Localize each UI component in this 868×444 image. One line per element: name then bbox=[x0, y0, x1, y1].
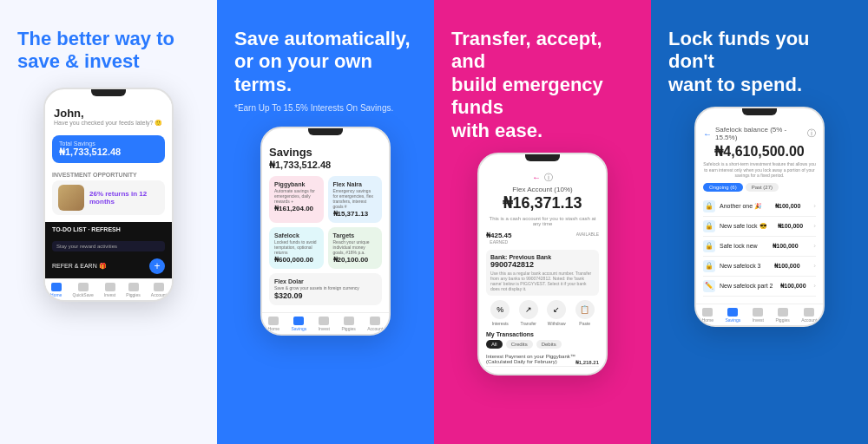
nav-home[interactable]: Home bbox=[50, 283, 62, 297]
withdraw-action[interactable]: ↙ Withdraw bbox=[547, 300, 566, 326]
account-icon-2 bbox=[370, 317, 380, 325]
nav-piggies[interactable]: Piggies bbox=[126, 283, 140, 297]
flex-naira-item[interactable]: Flex Naira Emergency savings for emergen… bbox=[328, 176, 383, 223]
fab-button[interactable]: + bbox=[149, 258, 165, 274]
transfer-action[interactable]: ↗ Transfer bbox=[519, 300, 538, 326]
bank-desc: Use this as a regular bank account numbe… bbox=[490, 271, 595, 291]
tab-debits[interactable]: Debits bbox=[536, 340, 562, 349]
tab-all[interactable]: All bbox=[486, 340, 503, 349]
lock-icon-2: 🔒 bbox=[703, 240, 715, 252]
flex-dolar-label: Flex Dolar bbox=[274, 278, 377, 284]
panel-1-title: The better way to save & invest bbox=[17, 28, 200, 74]
interests-icon: % bbox=[490, 300, 510, 319]
item-value-0: ₦100,000 bbox=[775, 203, 800, 210]
back-button-4[interactable]: ← bbox=[703, 129, 712, 139]
nav-account[interactable]: Account bbox=[151, 283, 167, 297]
nav2-piggies[interactable]: Piggies bbox=[341, 317, 355, 331]
nav2-invest[interactable]: Invest bbox=[319, 317, 330, 331]
item-value-3: ₦100,000 bbox=[774, 263, 799, 270]
item-value-4: ₦100,000 bbox=[780, 283, 806, 290]
nav4-home[interactable]: Home bbox=[702, 308, 713, 323]
tab-past[interactable]: Past (27) bbox=[746, 183, 779, 192]
bank-name: Bank: Previous Bank bbox=[490, 254, 595, 260]
savings-icon-4 bbox=[727, 308, 738, 317]
account-icon-4 bbox=[804, 308, 814, 317]
safelock-desc: Locked funds to avoid temptation, option… bbox=[274, 239, 319, 255]
item-value-1: ₦100,000 bbox=[778, 223, 803, 230]
trans-value: ₦1,218.21 bbox=[575, 359, 599, 365]
panel-transfer: Transfer, accept, and build emergency fu… bbox=[434, 0, 651, 444]
savings-screen-amount: ₦1,733,512.48 bbox=[269, 160, 382, 171]
safelock-value: ₦600,000.00 bbox=[274, 256, 319, 264]
account-icon bbox=[154, 283, 164, 291]
info-icon-4[interactable]: ⓘ bbox=[807, 127, 816, 140]
savings-card[interactable]: Total Savings ₦1,733,512.48 bbox=[52, 135, 165, 163]
home-icon-4 bbox=[702, 308, 713, 317]
nav4-account[interactable]: Account bbox=[801, 308, 817, 323]
invest-icon-4 bbox=[753, 308, 763, 317]
safelock-item[interactable]: Safelock Locked funds to avoid temptatio… bbox=[269, 227, 324, 269]
safelock-title: Safelock balance (5% - 15.5%) bbox=[715, 126, 804, 141]
safelock-item-4[interactable]: ✏️ New safelock part 2 ₦100,000 › bbox=[703, 277, 816, 297]
phone-notch-3 bbox=[525, 154, 560, 161]
savings-icon-2 bbox=[293, 317, 304, 325]
back-arrow-3[interactable]: ← bbox=[532, 173, 541, 182]
available-stat: AVAILABLE bbox=[576, 232, 599, 245]
nav4-invest[interactable]: Invest bbox=[753, 308, 764, 323]
safelock-item-3[interactable]: 🔒 New safelock 3 ₦100,000 › bbox=[703, 257, 816, 277]
safelock-item-1[interactable]: 🔒 New safe lock 😎 ₦100,000 › bbox=[703, 217, 816, 237]
item-name-4: New safelock part 2 bbox=[720, 283, 773, 289]
todo-item[interactable]: Stay your reward activities bbox=[52, 241, 165, 251]
flex-naira-value: ₦15,371.13 bbox=[333, 210, 378, 218]
phone-mockup-2: Savings ₦1,733,512.48 Piggybank Automate… bbox=[260, 127, 391, 336]
invest-card[interactable]: 26% returns in 12 months bbox=[52, 180, 165, 215]
item-name-2: Safe lock new bbox=[720, 243, 758, 249]
earned-value: ₦425.45 bbox=[486, 232, 511, 239]
piggybank-item[interactable]: Piggybank Automate savings for emergenci… bbox=[269, 176, 324, 223]
todo-section: TO-DO LIST · REFRESH bbox=[45, 222, 172, 237]
panel-4-title: Lock funds you don't want to spend. bbox=[668, 28, 851, 96]
phone-notch-2 bbox=[308, 128, 343, 135]
piggies-icon-2 bbox=[344, 317, 354, 325]
flex-naira-desc: Emergency savings for emergencies, flex … bbox=[333, 188, 378, 209]
piggybank-desc: Automate savings for emergencies, daily … bbox=[274, 188, 319, 204]
flex-dolar-item[interactable]: Flex Dolar Save & grow your assets in fo… bbox=[269, 273, 382, 305]
greeting-text: John, bbox=[54, 107, 163, 120]
safelock-balance: ₦4,610,500.00 bbox=[703, 143, 816, 160]
paste-action[interactable]: 📋 Paste bbox=[575, 300, 595, 326]
home-icon bbox=[51, 283, 62, 291]
interests-action[interactable]: % Interests bbox=[490, 300, 510, 326]
invest-icon-2 bbox=[319, 317, 329, 325]
targets-value: ₦20,100.00 bbox=[333, 256, 378, 264]
nav-invest[interactable]: Invest bbox=[104, 283, 115, 297]
info-icon-3[interactable]: ⓘ bbox=[544, 172, 553, 184]
nav4-savings[interactable]: Savings bbox=[725, 308, 740, 323]
safelock-label: Safelock bbox=[274, 232, 319, 238]
bank-account: 9900742812 bbox=[490, 260, 595, 269]
chevron-2: › bbox=[813, 242, 816, 250]
account-label-3: Flex Account (10%) bbox=[486, 186, 599, 193]
nav2-home[interactable]: Home bbox=[268, 317, 279, 331]
flex-balance: ₦16,371.13 bbox=[486, 193, 599, 212]
flex-dolar-value: $320.09 bbox=[274, 291, 377, 300]
invest-label: INVESTMENT OPPORTUNITY bbox=[52, 172, 165, 178]
panel-2-title: Save automatically, or on your own terms… bbox=[234, 28, 417, 96]
nav-quicksave[interactable]: QuickSave bbox=[73, 283, 94, 297]
safelock-item-0[interactable]: 🔒 Another one 🎉 ₦100,000 › bbox=[703, 197, 816, 217]
transfer-icon: ↗ bbox=[519, 300, 538, 319]
nav2-account[interactable]: Account bbox=[367, 317, 383, 331]
tab-credits[interactable]: Credits bbox=[506, 340, 533, 349]
available-label: AVAILABLE bbox=[576, 232, 599, 237]
transactions-header: My Transactions bbox=[486, 331, 599, 337]
item-name-3: New safelock 3 bbox=[720, 263, 760, 269]
targets-item[interactable]: Targets Reach your unique individual mon… bbox=[328, 227, 383, 269]
tab-ongoing[interactable]: Ongoing (6) bbox=[703, 183, 743, 192]
safelock-item-2[interactable]: 🔒 Safe lock new ₦100,000 › bbox=[703, 237, 816, 257]
nav4-piggies[interactable]: Piggies bbox=[775, 308, 789, 323]
withdraw-icon: ↙ bbox=[547, 300, 566, 319]
panel-save-invest: The better way to save & invest John, Ha… bbox=[0, 0, 217, 444]
item-value-2: ₦100,000 bbox=[773, 243, 798, 250]
nav2-savings[interactable]: Savings bbox=[291, 317, 306, 331]
safelock-header: ← Safelock balance (5% - 15.5%) ⓘ bbox=[703, 126, 816, 141]
refer-section[interactable]: REFER & EARN 🎁 + bbox=[45, 255, 172, 278]
